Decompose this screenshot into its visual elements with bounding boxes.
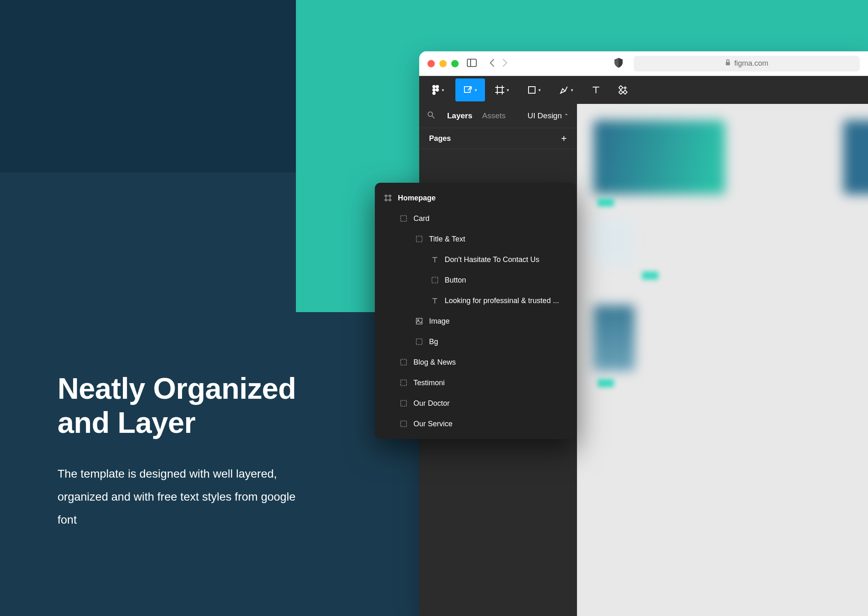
address-bar[interactable]: figma.com — [634, 56, 860, 71]
svg-rect-59 — [401, 400, 406, 406]
layer-item[interactable]: Title & Text — [375, 229, 576, 249]
badge-preview — [642, 271, 658, 280]
chevron-down-icon: ▾ — [475, 87, 477, 93]
hero-title-line-2: and Layer — [58, 406, 196, 439]
svg-point-21 — [428, 112, 433, 116]
layer-item-label: Title & Text — [429, 235, 465, 244]
layer-item-label: Card — [413, 214, 429, 223]
nav-arrows — [489, 58, 508, 69]
maximize-window-button[interactable] — [451, 60, 459, 67]
hero-title-line-1: Neatly Organized — [58, 372, 296, 405]
svg-point-5 — [432, 88, 436, 92]
svg-rect-16 — [619, 86, 623, 90]
add-page-button[interactable]: + — [561, 133, 567, 144]
layer-item[interactable]: Our Service — [375, 414, 576, 434]
artboard-preview — [843, 120, 868, 194]
hero-title: Neatly Organized and Layer — [58, 372, 312, 440]
traffic-lights — [427, 60, 459, 67]
layer-item[interactable]: Looking for professinal & trusted ... — [375, 290, 576, 311]
svg-point-7 — [432, 92, 436, 95]
group-icon — [399, 420, 408, 428]
url-text: figma.com — [734, 59, 768, 68]
chevron-up-icon: ⌃ — [564, 113, 568, 119]
svg-rect-13 — [529, 87, 535, 93]
svg-rect-60 — [401, 421, 406, 427]
group-icon — [399, 379, 408, 387]
pages-header: Pages + — [419, 128, 577, 149]
group-icon — [415, 235, 423, 243]
text-icon — [431, 297, 439, 305]
tab-assets[interactable]: Assets — [482, 111, 506, 120]
search-icon[interactable] — [427, 111, 435, 121]
text-tool-button[interactable] — [584, 78, 608, 101]
page-selector[interactable]: UI Design ⌃ — [528, 111, 568, 120]
figma-menu-button[interactable]: ▾ — [423, 78, 453, 101]
hero-text: Neatly Organized and Layer The template … — [58, 372, 312, 531]
layer-item[interactable]: Blog & News — [375, 352, 576, 372]
layer-item[interactable]: Our Doctor — [375, 393, 576, 414]
group-icon — [399, 214, 408, 223]
layer-item[interactable]: Bg — [375, 331, 576, 352]
layer-item-label: Image — [429, 317, 450, 326]
layer-item[interactable]: Button — [375, 270, 576, 290]
canvas-area[interactable] — [577, 104, 868, 616]
chevron-down-icon: ▾ — [571, 87, 573, 93]
svg-rect-0 — [467, 59, 476, 67]
chevron-down-icon: ▾ — [538, 87, 541, 93]
svg-rect-8 — [464, 87, 470, 92]
svg-point-4 — [436, 85, 439, 88]
frame-icon — [384, 194, 392, 202]
layer-item-label: Testimoni — [413, 379, 445, 387]
artboard-preview — [593, 219, 635, 264]
svg-line-22 — [432, 116, 435, 118]
svg-point-6 — [436, 88, 439, 92]
tab-layers[interactable]: Layers — [447, 111, 472, 120]
shield-icon[interactable] — [614, 58, 623, 69]
layer-item[interactable]: Don't Hasitate To Contact Us — [375, 249, 576, 270]
group-icon — [399, 399, 408, 407]
text-icon — [431, 255, 439, 264]
lock-icon — [725, 59, 731, 68]
svg-rect-51 — [432, 277, 438, 283]
layer-item-label: Homepage — [398, 194, 436, 202]
group-icon — [415, 338, 423, 346]
artboard-preview — [593, 120, 725, 194]
svg-rect-58 — [401, 380, 406, 386]
layers-popover: HomepageCardTitle & TextDon't Hasitate T… — [375, 183, 576, 439]
sidebar-toggle-icon[interactable] — [467, 59, 477, 69]
layer-item[interactable]: Card — [375, 208, 576, 229]
layer-item-label: Our Doctor — [413, 399, 450, 408]
svg-rect-57 — [401, 359, 406, 365]
artboard-preview — [593, 305, 635, 371]
svg-rect-19 — [619, 90, 623, 94]
layer-item[interactable]: Testimoni — [375, 372, 576, 393]
group-icon — [431, 276, 439, 284]
pen-tool-button[interactable]: ▾ — [552, 78, 581, 101]
layer-item-label: Don't Hasitate To Contact Us — [445, 255, 539, 264]
pages-label: Pages — [429, 134, 451, 143]
move-tool-button[interactable]: ▾ — [455, 78, 485, 101]
minimize-window-button[interactable] — [439, 60, 447, 67]
chevron-down-icon: ▾ — [507, 87, 509, 93]
shape-tool-button[interactable]: ▾ — [519, 78, 549, 101]
image-icon — [415, 317, 423, 325]
resources-button[interactable] — [611, 78, 635, 101]
svg-rect-48 — [416, 236, 422, 242]
layer-item-label: Our Service — [413, 420, 452, 428]
badge-preview — [598, 198, 614, 207]
back-button[interactable] — [489, 58, 495, 69]
forward-button[interactable] — [502, 58, 508, 69]
svg-point-3 — [432, 85, 436, 88]
svg-rect-47 — [401, 216, 406, 221]
layer-item-label: Looking for professinal & trusted ... — [445, 297, 559, 305]
layer-item-label: Blog & News — [413, 358, 456, 367]
layer-item[interactable]: Homepage — [375, 188, 576, 208]
sidebar-tabs: Layers Assets UI Design ⌃ — [419, 104, 577, 128]
hero-description: The template is designed with well layer… — [58, 462, 312, 531]
frame-tool-button[interactable]: ▾ — [487, 78, 517, 101]
close-window-button[interactable] — [427, 60, 435, 67]
group-icon — [399, 358, 408, 366]
svg-rect-20 — [623, 90, 627, 94]
layer-item[interactable]: Image — [375, 311, 576, 331]
browser-chrome: figma.com — [419, 51, 868, 76]
